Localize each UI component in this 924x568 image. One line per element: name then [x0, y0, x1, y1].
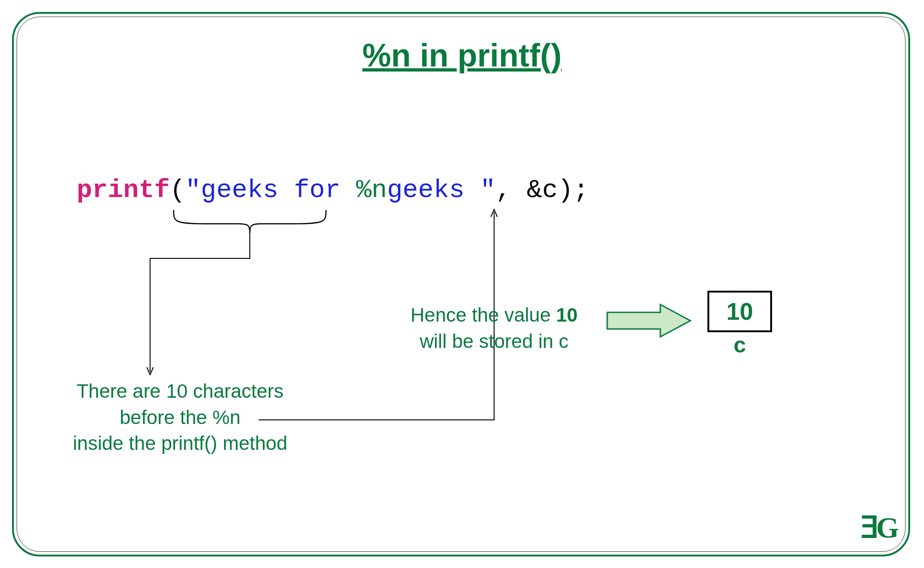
callout-char-count: There are 10 characters before the %n in… [51, 378, 309, 457]
callout-right-bold: 10 [556, 304, 578, 326]
diagram-title: %n in printf() [0, 37, 924, 74]
callout-left-line1: There are 10 characters [77, 380, 284, 402]
code-string-geeks-for: geeks for [201, 175, 356, 205]
variable-name-label: c [707, 332, 772, 358]
code-percent-n: %n [356, 175, 387, 205]
block-arrow-icon [605, 302, 693, 339]
geeksforgeeks-logo: ƎG [860, 510, 896, 545]
variable-value: 10 [726, 298, 753, 325]
callout-right-line2: will be stored in c [420, 330, 568, 352]
callout-store-value: Hence the value 10 will be stored in c [402, 302, 586, 354]
code-open-paren: ( [170, 175, 186, 205]
callout-left-line3: inside the printf() method [73, 432, 288, 454]
code-quote-close: " [480, 175, 496, 205]
code-snippet: printf("geeks for %ngeeks ", &c); [77, 175, 589, 205]
code-keyword-printf: printf [77, 175, 170, 205]
code-quote-open: " [185, 175, 201, 205]
code-rest: , &c); [495, 175, 589, 205]
svg-marker-0 [607, 305, 690, 337]
curly-brace-icon [169, 208, 331, 245]
variable-value-box: 10 [707, 291, 772, 332]
callout-left-line2: before the %n [120, 407, 241, 428]
diagram-inner-border [17, 17, 906, 552]
callout-right-pre: Hence the value [411, 304, 556, 326]
code-string-geeks: geeks [387, 175, 480, 205]
